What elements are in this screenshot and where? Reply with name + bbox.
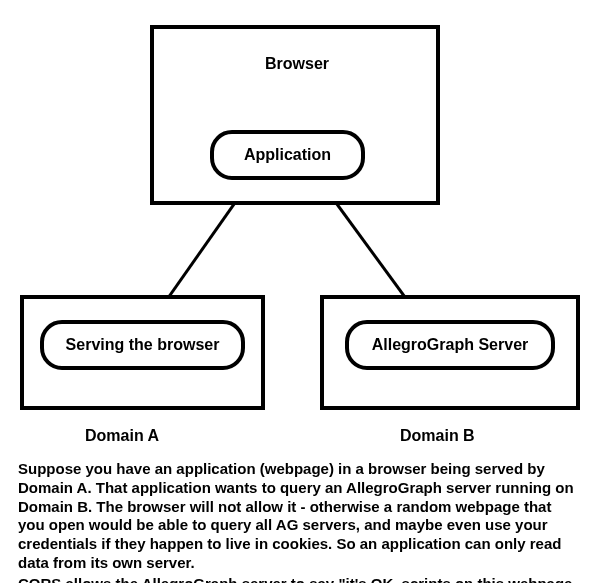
serving-label: Serving the browser <box>66 336 220 354</box>
explanation-paragraph-1: Suppose you have an application (webpage… <box>18 460 578 573</box>
application-label: Application <box>244 146 331 164</box>
application-pill: Application <box>210 130 365 180</box>
allegrograph-label: AllegroGraph Server <box>372 336 529 354</box>
explanation-text: Suppose you have an application (webpage… <box>18 460 578 583</box>
serving-pill: Serving the browser <box>40 320 245 370</box>
domain-b-label: Domain B <box>400 427 475 445</box>
explanation-paragraph-2: CORS allows the AllegroGraph server to s… <box>18 575 578 584</box>
allegrograph-pill: AllegroGraph Server <box>345 320 555 370</box>
domain-a-label: Domain A <box>85 427 159 445</box>
browser-label: Browser <box>265 55 329 73</box>
